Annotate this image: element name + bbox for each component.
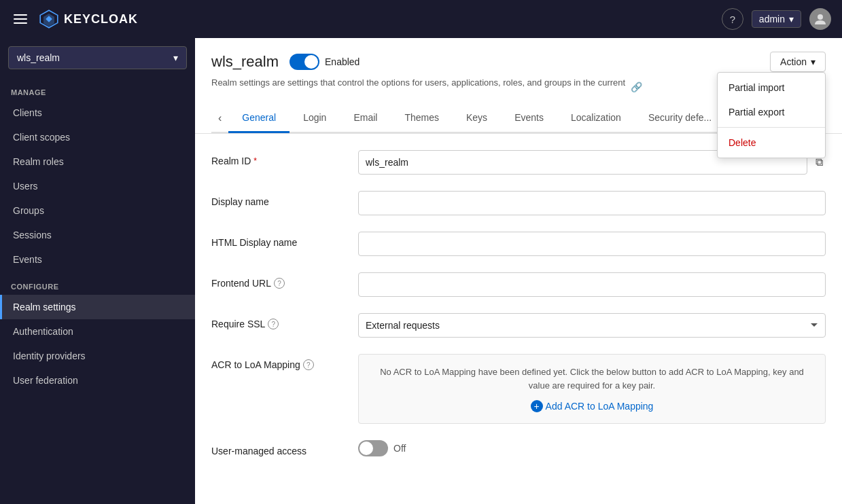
sidebar-item-sessions[interactable]: Sessions xyxy=(0,223,195,247)
user-managed-access-toggle[interactable] xyxy=(358,440,388,456)
sidebar-item-user-federation[interactable]: User federation xyxy=(0,368,195,393)
tab-events[interactable]: Events xyxy=(501,104,557,133)
form-content: Realm ID * ⧉ Display name HTML Display n… xyxy=(195,134,842,489)
svg-point-2 xyxy=(818,14,823,20)
navbar: KEYCLOAK ? admin ▾ xyxy=(0,0,842,38)
sidebar-item-client-scopes[interactable]: Client scopes xyxy=(0,125,195,149)
html-display-name-row: HTML Display name xyxy=(211,232,826,256)
brand-text: KEYCLOAK xyxy=(64,12,138,26)
action-button[interactable]: Action ▾ xyxy=(770,52,826,72)
avatar xyxy=(809,8,831,30)
frontend-url-help-icon[interactable]: ? xyxy=(274,278,285,289)
realm-id-label: Realm ID * xyxy=(211,150,347,166)
enabled-toggle[interactable] xyxy=(290,54,319,70)
acr-mapping-box: No ACR to LoA Mapping have been defined … xyxy=(358,354,826,424)
html-display-name-input-wrap xyxy=(358,232,826,256)
realm-selector-label: wls_realm xyxy=(17,52,60,63)
sidebar-item-clients[interactable]: Clients xyxy=(0,101,195,125)
title-row: wls_realm Enabled Action ▾ Partial impor… xyxy=(211,52,826,72)
acr-mapping-row: ACR to LoA Mapping ? No ACR to LoA Mappi… xyxy=(211,354,826,424)
user-label: admin xyxy=(759,14,785,24)
require-ssl-input-wrap: External requests None All requests xyxy=(358,313,826,338)
navbar-brand: KEYCLOAK xyxy=(38,8,138,30)
help-button[interactable]: ? xyxy=(722,8,743,30)
display-name-input[interactable] xyxy=(358,191,826,215)
display-name-row: Display name xyxy=(211,191,826,215)
add-acr-label: Add ACR to LoA Mapping xyxy=(546,401,654,412)
chevron-down-icon: ▾ xyxy=(789,14,794,24)
keycloak-logo-icon xyxy=(38,8,60,30)
user-dropdown[interactable]: admin ▾ xyxy=(752,10,801,28)
add-acr-icon: + xyxy=(531,400,543,412)
hamburger-menu[interactable] xyxy=(11,12,30,26)
user-managed-access-row: User-managed access Off xyxy=(211,440,826,456)
content-area: wls_realm Enabled Action ▾ Partial impor… xyxy=(195,38,842,504)
tab-keys[interactable]: Keys xyxy=(453,104,501,133)
tab-localization[interactable]: Localization xyxy=(557,104,635,133)
acr-mapping-label: ACR to LoA Mapping ? xyxy=(211,354,347,370)
action-dropdown: Partial import Partial export Delete xyxy=(717,72,826,158)
sidebar-item-groups[interactable]: Groups xyxy=(0,198,195,223)
page-desc-link[interactable]: 🔗 xyxy=(631,82,642,92)
display-name-input-wrap xyxy=(358,191,826,215)
manage-section-label: Manage xyxy=(0,77,195,101)
add-acr-link[interactable]: + Add ACR to LoA Mapping xyxy=(370,400,814,412)
action-button-label: Action xyxy=(780,56,807,67)
enabled-toggle-row: Enabled xyxy=(290,54,359,70)
require-ssl-help-icon[interactable]: ? xyxy=(268,319,279,329)
html-display-name-input[interactable] xyxy=(358,232,826,256)
tab-general[interactable]: General xyxy=(228,104,290,133)
frontend-url-label: Frontend URL ? xyxy=(211,272,347,289)
main-layout: wls_realm ▾ Manage Clients Client scopes… xyxy=(0,38,842,504)
require-ssl-row: Require SSL ? External requests None All… xyxy=(211,313,826,338)
sidebar-item-realm-settings[interactable]: Realm settings xyxy=(0,295,195,319)
required-star: * xyxy=(253,156,257,166)
frontend-url-input-wrap xyxy=(358,272,826,297)
sidebar-item-events[interactable]: Events xyxy=(0,247,195,272)
chevron-down-icon: ▾ xyxy=(173,52,178,63)
tab-prev-button[interactable]: ‹ xyxy=(211,105,228,131)
dropdown-divider xyxy=(718,127,825,128)
user-managed-access-label: User-managed access xyxy=(211,440,347,456)
page-title: wls_realm xyxy=(211,53,279,71)
frontend-url-input[interactable] xyxy=(358,272,826,297)
sidebar: wls_realm ▾ Manage Clients Client scopes… xyxy=(0,38,195,504)
realm-selector[interactable]: wls_realm ▾ xyxy=(8,46,187,69)
tab-email[interactable]: Email xyxy=(340,104,391,133)
acr-mapping-help-icon[interactable]: ? xyxy=(303,359,314,370)
configure-section-label: Configure xyxy=(0,272,195,295)
enabled-label: Enabled xyxy=(325,56,359,67)
user-managed-access-input-wrap: Off xyxy=(358,440,826,456)
sidebar-item-realm-roles[interactable]: Realm roles xyxy=(0,149,195,174)
tab-themes[interactable]: Themes xyxy=(391,104,453,133)
dropdown-item-partial-export[interactable]: Partial export xyxy=(718,100,825,124)
chevron-down-icon: ▾ xyxy=(811,56,815,67)
tab-security-defenses[interactable]: Security defe... xyxy=(635,104,725,133)
require-ssl-select[interactable]: External requests None All requests xyxy=(358,313,826,338)
dropdown-item-delete[interactable]: Delete xyxy=(718,130,825,155)
help-icon: ? xyxy=(730,14,735,25)
frontend-url-row: Frontend URL ? xyxy=(211,272,826,297)
display-name-label: Display name xyxy=(211,191,347,207)
sidebar-item-users[interactable]: Users xyxy=(0,174,195,198)
acr-mapping-desc: No ACR to LoA Mapping have been defined … xyxy=(370,365,814,392)
sidebar-item-authentication[interactable]: Authentication xyxy=(0,319,195,344)
dropdown-item-partial-import[interactable]: Partial import xyxy=(718,75,825,100)
user-managed-access-value: Off xyxy=(393,443,406,454)
page-description: Realm settings are settings that control… xyxy=(211,77,625,88)
page-header: wls_realm Enabled Action ▾ Partial impor… xyxy=(195,38,842,134)
sidebar-item-identity-providers[interactable]: Identity providers xyxy=(0,344,195,368)
require-ssl-label: Require SSL ? xyxy=(211,313,347,329)
tab-login[interactable]: Login xyxy=(290,104,340,133)
html-display-name-label: HTML Display name xyxy=(211,232,347,248)
